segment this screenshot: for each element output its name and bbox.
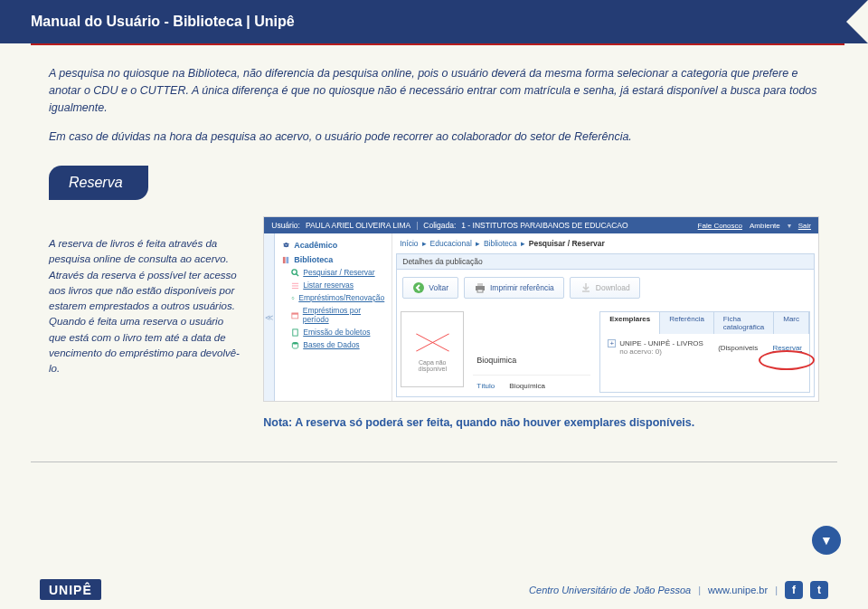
- sidebar: Acadêmico Biblioteca Pesquisar / Reserva…: [275, 233, 392, 401]
- download-label: Download: [596, 283, 630, 292]
- svg-rect-0: [283, 256, 286, 262]
- sidebar-group-biblioteca-label: Biblioteca: [294, 255, 333, 264]
- thumb-line1: Capa não: [419, 359, 446, 366]
- cover-thumbnail: Capa não disponível: [401, 311, 464, 387]
- detail-row: Capa não disponível Bioquimica Título: [401, 311, 810, 393]
- section-body: A reserva de livros é feita através da p…: [49, 216, 241, 429]
- svg-rect-13: [477, 283, 483, 286]
- expand-icon[interactable]: +: [608, 339, 616, 347]
- sidebar-item-boletos[interactable]: Emissão de boletos: [280, 326, 386, 338]
- sidebar-item-label: Pesquisar / Reservar: [303, 268, 374, 277]
- sidebar-item-label: Empréstimos/Renovação: [298, 293, 384, 302]
- topbar-coligada-value: 1 - INSTITUTOS PARAIBANOS DE EDUCACAO: [461, 221, 627, 230]
- facebook-icon[interactable]: f: [785, 581, 803, 599]
- breadcrumb-inicio[interactable]: Início: [400, 239, 418, 248]
- main-panel: Início▸ Educacional▸ Biblioteca▸ Pesquis…: [392, 233, 818, 401]
- topbar-user-value: PAULA ARIEL OLIVEIRA LIMA: [306, 221, 410, 230]
- sidebar-item-emprestimos[interactable]: Empréstimos/Renovação: [280, 291, 386, 304]
- sidebar-collapse-handle[interactable]: ≪: [264, 233, 275, 401]
- tab-marc[interactable]: Marc: [774, 312, 809, 334]
- titulo-field-value: Bioquímica: [505, 379, 549, 393]
- download-button: Download: [570, 277, 640, 299]
- intro-paragraph-1: A pesquisa no quiosque na Biblioteca, nã…: [49, 65, 819, 116]
- topbar-left: Usuário: PAULA ARIEL OLIVEIRA LIMA | Col…: [271, 221, 627, 230]
- back-arrow-icon: [412, 281, 425, 294]
- link-sair[interactable]: Sair: [798, 222, 811, 230]
- breadcrumb-biblioteca[interactable]: Biblioteca: [484, 239, 517, 248]
- page-content: A pesquisa no quiosque na Biblioteca, nã…: [0, 45, 868, 438]
- footer-divider: [31, 462, 837, 462]
- screenshot-container: Usuário: PAULA ARIEL OLIVEIRA LIMA | Col…: [263, 216, 819, 429]
- topbar-coligada-label: Coligada:: [423, 221, 456, 230]
- svg-rect-14: [477, 290, 483, 292]
- breadcrumb-current: Pesquisar / Reservar: [529, 239, 605, 248]
- footer-logo-text: UNIPÊ: [49, 583, 92, 597]
- action-bar: Voltar Imprimir referência Download: [401, 273, 810, 306]
- tab-ficha[interactable]: Ficha catalográfica: [714, 312, 774, 334]
- tab-referencia[interactable]: Referência: [660, 312, 714, 334]
- sidebar-item-label: Bases de Dados: [303, 340, 359, 349]
- twitter-icon[interactable]: t: [810, 581, 828, 599]
- svg-point-10: [293, 341, 298, 344]
- scroll-down-button[interactable]: ▼: [812, 526, 841, 555]
- footer-right: Centro Universitário de João Pessoa | ww…: [529, 581, 828, 599]
- svg-rect-5: [292, 285, 298, 286]
- panel-body: Voltar Imprimir referência Download: [396, 270, 815, 397]
- two-column-layout: A reserva de livros é feita através da p…: [49, 216, 819, 429]
- topbar-right: Fale Conosco Ambiente ▾ Sair: [698, 222, 811, 230]
- imprimir-button[interactable]: Imprimir referência: [464, 277, 564, 299]
- footer-center-name: Centro Universitário de João Pessoa: [529, 585, 691, 595]
- sidebar-item-listar[interactable]: Listar reservas: [280, 279, 386, 291]
- svg-rect-4: [292, 282, 298, 283]
- sidebar-item-label: Empréstimos por período: [303, 306, 384, 324]
- svg-rect-8: [292, 312, 298, 314]
- printer-icon: [474, 281, 486, 294]
- exemplar-acervo: no acervo: 0): [619, 347, 703, 356]
- header-notch: [846, 0, 868, 43]
- svg-rect-1: [287, 256, 289, 262]
- book-icon: [282, 256, 290, 264]
- search-icon: [291, 269, 299, 277]
- database-icon: [291, 341, 299, 349]
- sidebar-item-bases[interactable]: Bases de Dados: [280, 338, 386, 351]
- footer: UNIPÊ Centro Universitário de João Pesso…: [0, 579, 868, 600]
- imprimir-label: Imprimir referência: [490, 283, 554, 292]
- svg-line-3: [297, 273, 299, 276]
- exemplar-disponiveis: (Disponíveis: [718, 344, 758, 352]
- panel-title: Detalhes da publicação: [396, 253, 815, 270]
- intro-paragraph-2: Em caso de dúvidas na hora da pesquisa a…: [49, 128, 819, 146]
- chevron-down-icon: ▼: [820, 533, 833, 547]
- topbar-user-label: Usuário:: [271, 221, 300, 230]
- sidebar-item-emprestimos-periodo[interactable]: Empréstimos por período: [280, 304, 386, 326]
- note-text: Nota: A reserva só poderá ser feita, qua…: [263, 416, 819, 429]
- footer-logo: UNIPÊ: [40, 579, 101, 600]
- breadcrumb-educacional[interactable]: Educacional: [430, 239, 472, 248]
- exemplares-panel: Exemplares Referência Ficha catalográfic…: [599, 311, 810, 393]
- footer-url[interactable]: www.unipe.br: [708, 585, 768, 595]
- sidebar-item-pesquisar[interactable]: Pesquisar / Reservar: [280, 266, 386, 279]
- tab-exemplares[interactable]: Exemplares: [600, 312, 660, 334]
- download-icon: [580, 281, 592, 294]
- svg-rect-6: [292, 288, 298, 289]
- voltar-label: Voltar: [429, 283, 448, 292]
- list-icon: [291, 281, 299, 290]
- title-value-center: Bioquimica: [473, 353, 590, 367]
- exemplar-location: UNIPE - UNIPÊ - LIVROS: [619, 339, 703, 347]
- breadcrumb: Início▸ Educacional▸ Biblioteca▸ Pesquis…: [396, 237, 815, 253]
- app-topbar: Usuário: PAULA ARIEL OLIVEIRA LIMA | Col…: [264, 217, 818, 233]
- sidebar-group-academico-label: Acadêmico: [294, 241, 337, 250]
- library-app-screenshot: Usuário: PAULA ARIEL OLIVEIRA LIMA | Col…: [263, 216, 819, 402]
- annotation-circle: [759, 350, 815, 370]
- sidebar-group-biblioteca[interactable]: Biblioteca: [280, 252, 386, 266]
- link-fale-conosco[interactable]: Fale Conosco: [698, 222, 742, 230]
- page-header: Manual do Usuário - Biblioteca | Unipê: [0, 0, 868, 43]
- svg-point-11: [413, 282, 424, 293]
- refresh-icon: [291, 294, 295, 302]
- title-field-block: Bioquimica Título Bioquímica: [473, 311, 590, 393]
- voltar-button[interactable]: Voltar: [402, 277, 458, 299]
- sidebar-group-academico[interactable]: Acadêmico: [280, 237, 386, 252]
- titulo-field-label: Título: [473, 379, 498, 393]
- link-ambiente[interactable]: Ambiente: [750, 222, 780, 230]
- app-body: ≪ Acadêmico Biblioteca Pesquisar / Re: [264, 233, 818, 401]
- section-banner-reserva: Reserva: [49, 166, 148, 200]
